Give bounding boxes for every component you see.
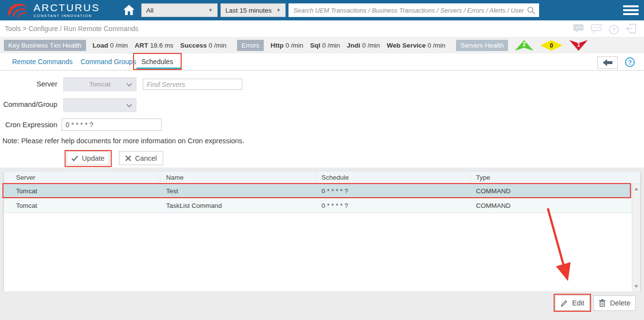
metric-jndi: Jndi 0 /min [347,42,380,49]
metric-value: 0 /min [322,42,340,49]
table-actions-bar: Edit Delete [0,291,644,320]
edit-button-label: Edit [572,299,584,307]
servers-healthy-count: 2 [523,41,526,48]
tab-command-groups[interactable]: Command Groups [81,58,136,66]
chat-filled-icon [573,24,584,34]
update-button[interactable]: Update [67,151,109,165]
metric-value: 18.6 ms [150,42,173,49]
cron-note: Note: Please refer help documents for mo… [2,137,244,145]
chat-outline-icon [591,24,602,34]
column-header-schedule[interactable]: Schedule [316,171,470,184]
cancel-button[interactable]: Cancel [119,151,163,165]
command-group-select[interactable] [63,98,136,112]
metric-label: Load [93,42,108,49]
column-header-name[interactable]: Name [160,171,316,184]
cell-schedule: 0 * * * * ? [316,184,470,198]
txn-health-badge[interactable]: Key Business Txn Health [4,40,86,51]
page-help-button[interactable]: ? [625,57,635,67]
cron-expression-input[interactable] [62,118,162,131]
tab-schedules[interactable]: Schedules [141,58,173,66]
server-label: Server [0,80,57,88]
scope-dropdown-value: All [146,7,153,14]
edit-button[interactable]: Edit [555,295,590,311]
cell-server: Tomcat [4,184,160,198]
home-button[interactable] [123,4,136,16]
search-input[interactable] [288,3,539,17]
global-search [288,3,539,17]
table-row[interactable]: Tomcat Test 0 * * * * ? COMMAND [4,184,640,199]
cell-name: TaskList Command [160,199,316,213]
metric-label: Success [180,42,207,49]
find-servers-input[interactable] [143,79,242,90]
chevron-down-icon [126,83,132,87]
servers-healthy-indicator[interactable]: 2 [515,40,533,51]
command-group-label: Command/Group [0,101,57,108]
cell-type: COMMAND [470,184,640,198]
table-header-row: Server Name Schedule Type [4,171,640,184]
metric-success: Success 0 /min [180,42,226,49]
server-select-value: Tomcat [89,81,111,88]
cell-type: COMMAND [470,199,640,213]
breadcrumb: Tools > Configure / Run Remote Commands [5,25,138,33]
health-bar: Key Business Txn Health Load 0 /min ART … [0,37,644,53]
time-range-dropdown[interactable]: Last 15 minutes ▼ [220,3,286,17]
metric-label: Sql [310,42,321,49]
feedback-filled-button[interactable] [573,24,584,35]
metric-value: 0 /min [427,42,445,49]
arcturus-logo-icon [7,1,29,19]
scroll-up-icon[interactable] [634,187,638,190]
schedules-table: Server Name Schedule Type Tomcat Test 0 … [4,171,640,291]
header-utility-icons: ? [573,24,636,35]
schedule-form: Server Tomcat Command/Group Cron Express… [0,71,644,168]
scope-dropdown[interactable]: All ▼ [141,3,218,17]
search-icon[interactable] [527,6,535,15]
servers-warning-indicator[interactable]: 0 [540,40,562,51]
triangle-down-icon: ▼ [276,8,281,13]
cell-name: Test [160,184,316,198]
brand-logo: ARCTURUS CONSTANT INNOVATION [7,1,100,19]
servers-warning-count: 0 [550,42,553,49]
metric-art: ART 18.6 ms [135,42,173,49]
table-row[interactable]: Tomcat TaskList Command 0 * * * * ? COMM… [4,199,640,213]
chevron-down-icon [126,104,132,108]
metric-value: 0 /min [110,42,128,49]
logout-icon [626,24,636,34]
errors-badge[interactable]: Errors [237,40,264,51]
back-arrow-icon [603,59,612,66]
logout-button[interactable] [626,24,636,35]
server-select[interactable]: Tomcat [63,77,136,91]
help-button[interactable]: ? [609,25,619,34]
back-button[interactable] [597,56,618,69]
active-tab-underline [136,67,181,69]
servers-critical-indicator[interactable]: 1 [569,40,588,51]
servers-health-badge[interactable]: Servers Health [456,40,508,51]
tab-remote-commands[interactable]: Remote Commands [12,58,73,66]
triangle-down-icon: ▼ [208,8,213,13]
chat-outline-button[interactable] [591,24,602,35]
scroll-down-icon[interactable] [634,285,638,288]
question-mark-icon: ? [628,59,632,66]
column-header-server[interactable]: Server [4,171,160,184]
menu-button[interactable] [623,5,639,17]
cell-server: Tomcat [4,199,160,213]
table-scrollbar[interactable] [632,184,640,291]
brand-name: ARCTURUS [34,2,100,13]
brand-text: ARCTURUS CONSTANT INNOVATION [34,2,100,18]
delete-button[interactable]: Delete [593,295,636,311]
x-icon [125,155,131,161]
time-range-value: Last 15 minutes [225,7,271,14]
metric-label: Jndi [347,42,360,49]
brand-tagline: CONSTANT INNOVATION [34,14,100,18]
column-header-type[interactable]: Type [470,171,640,184]
trash-icon [599,299,606,307]
tab-bar: Remote Commands Command Groups Schedules… [0,53,644,70]
metric-label: Web Service [387,42,425,49]
question-mark-icon: ? [612,26,616,34]
breadcrumb-row: Tools > Configure / Run Remote Commands … [0,20,644,37]
pencil-icon [560,300,568,307]
metric-value: 0 /min [362,42,380,49]
top-header: ARCTURUS CONSTANT INNOVATION All ▼ Last … [0,0,644,20]
cron-expression-label: Cron Expression [0,121,57,129]
metric-value: 0 /min [208,42,226,49]
delete-button-label: Delete [610,299,630,307]
